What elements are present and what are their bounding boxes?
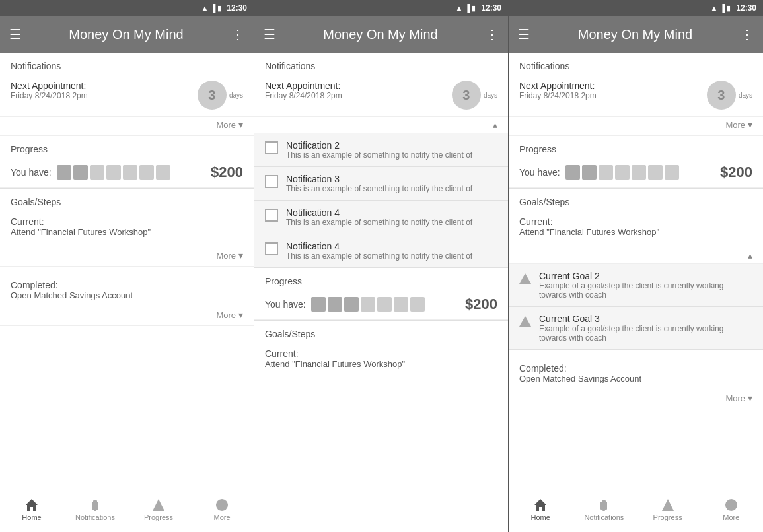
goals-header-1: Goals/Steps bbox=[0, 189, 254, 210]
nav-progress-label-1: Progress bbox=[144, 514, 173, 521]
svg-point-11 bbox=[725, 499, 737, 511]
p2-bar-7 bbox=[410, 297, 425, 312]
goal-item-sub-3-1: Example of a goal/step the client is cur… bbox=[539, 281, 752, 300]
p3-bar-1 bbox=[565, 165, 580, 180]
progress-amount-3: $200 bbox=[720, 164, 752, 181]
current-label-1: Current: bbox=[11, 216, 243, 227]
hamburger-menu-icon-2[interactable]: ☰ bbox=[264, 26, 275, 42]
p2-bar-4 bbox=[361, 297, 375, 312]
badge-row-1: 3 days bbox=[198, 81, 243, 110]
notif-checkbox-2-4[interactable] bbox=[265, 242, 278, 255]
nav-notifications-label-1: Notifications bbox=[75, 514, 115, 521]
nav-progress-1[interactable]: Progress bbox=[127, 498, 190, 521]
nav-more-label-3: More bbox=[723, 514, 739, 521]
bar-2 bbox=[73, 165, 88, 180]
notif-item-title-2-2: Notification 3 bbox=[286, 174, 472, 184]
current-value-3: Attend "Financial Futures Workshop" bbox=[519, 227, 752, 237]
goals-section-2: Current: Attend "Financial Futures Works… bbox=[254, 342, 508, 380]
goals-more-btn-1[interactable]: More bbox=[216, 250, 243, 261]
collapse-row-2 bbox=[254, 117, 508, 133]
goal-item-3-2: Current Goal 3 Example of a goal/step th… bbox=[509, 307, 763, 350]
progress-section-2: You have: $200 bbox=[254, 289, 508, 320]
signal-icon-2: ▐ bbox=[465, 4, 470, 12]
overflow-menu-icon-3[interactable]: ⋮ bbox=[741, 26, 754, 42]
more-icon-3 bbox=[724, 498, 739, 512]
svg-rect-1 bbox=[92, 502, 98, 510]
signal-icon-3: ▐ bbox=[720, 4, 725, 12]
p3-bar-4 bbox=[615, 165, 630, 180]
progress-amount-1: $200 bbox=[211, 164, 243, 181]
notifications-more-btn-1[interactable]: More bbox=[216, 119, 243, 130]
goal-item-sub-3-2: Example of a goal/step the client is cur… bbox=[539, 324, 752, 343]
overflow-menu-icon-1[interactable]: ⋮ bbox=[231, 26, 244, 42]
progress-bars-2 bbox=[311, 297, 454, 312]
phone-3: ▲ ▐ ▮ 12:30 ☰ Money On My Mind ⋮ Notific… bbox=[509, 0, 763, 532]
appointment-title-2: Next Appointment: bbox=[265, 81, 342, 91]
nav-notifications-1[interactable]: Notifications bbox=[63, 498, 127, 521]
current-label-2: Current: bbox=[265, 349, 497, 359]
goals-header-3: Goals/Steps bbox=[509, 189, 763, 210]
completed-block-3: Completed: Open Matched Savings Account bbox=[519, 363, 752, 383]
svg-rect-2 bbox=[94, 510, 96, 511]
goal-triangle-icon-3-2 bbox=[519, 316, 531, 327]
notifications-collapse-btn-2[interactable] bbox=[493, 119, 497, 130]
appointment-title-1: Next Appointment: bbox=[11, 81, 88, 91]
notif-item-2-4: Notification 4 This is an example of som… bbox=[254, 234, 508, 268]
home-icon-3 bbox=[533, 498, 548, 512]
badge-number-3: 3 bbox=[717, 88, 725, 103]
chevron-down-icon-completed-3 bbox=[748, 393, 752, 403]
bottom-nav-1: Home Notifications Progress bbox=[0, 486, 254, 532]
goal-item-3-1: Current Goal 2 Example of a goal/step th… bbox=[509, 264, 763, 307]
days-badge-2: 3 bbox=[452, 81, 481, 110]
appointment-text-2: Next Appointment: Friday 8/24/2018 2pm bbox=[265, 81, 342, 100]
notif-item-text-2-1: Notification 2 This is an example of som… bbox=[286, 140, 472, 160]
nav-more-1[interactable]: More bbox=[190, 498, 254, 521]
notifications-header-3: Notifications bbox=[509, 53, 763, 74]
svg-rect-7 bbox=[600, 502, 607, 510]
notif-item-title-2-1: Notification 2 bbox=[286, 140, 472, 150]
phone-2: ▲ ▐ ▮ 12:30 ☰ Money On My Mind ⋮ Notific… bbox=[254, 0, 509, 532]
p2-bar-3 bbox=[344, 297, 359, 312]
completed-value-3: Open Matched Savings Account bbox=[519, 374, 752, 383]
nav-home-1[interactable]: Home bbox=[0, 498, 63, 521]
svg-marker-10 bbox=[662, 499, 674, 511]
bell-icon-3 bbox=[597, 498, 611, 512]
notif-item-sub-2-1: This is an example of something to notif… bbox=[286, 150, 472, 160]
notifications-more-btn-3[interactable]: More bbox=[725, 119, 752, 130]
nav-progress-3[interactable]: Progress bbox=[636, 498, 700, 521]
hamburger-menu-icon-3[interactable]: ☰ bbox=[518, 26, 530, 42]
svg-rect-9 bbox=[602, 500, 606, 502]
more-icon-1 bbox=[215, 498, 229, 512]
notif-checkbox-2-1[interactable] bbox=[265, 141, 278, 154]
completed-more-btn-3[interactable]: More bbox=[725, 393, 752, 403]
nav-more-3[interactable]: More bbox=[700, 498, 763, 521]
nav-home-3[interactable]: Home bbox=[509, 498, 572, 521]
notif-checkbox-2-3[interactable] bbox=[265, 209, 278, 222]
completed-more-btn-1[interactable]: More bbox=[216, 310, 243, 320]
app-title-1: Money On My Mind bbox=[29, 27, 223, 42]
appointment-card-3: Next Appointment: Friday 8/24/2018 2pm 3… bbox=[509, 74, 763, 117]
progress-row-2: You have: $200 bbox=[265, 296, 497, 313]
p3-bar-7 bbox=[665, 165, 679, 180]
content-2: Notifications Next Appointment: Friday 8… bbox=[254, 53, 508, 532]
battery-icon-3: ▮ bbox=[727, 4, 731, 13]
notif-item-text-2-2: Notification 3 This is an example of som… bbox=[286, 174, 472, 193]
progress-bars-3 bbox=[565, 165, 709, 180]
notif-checkbox-2-2[interactable] bbox=[265, 175, 278, 188]
nav-notifications-3[interactable]: Notifications bbox=[572, 498, 636, 521]
p3-bar-6 bbox=[648, 165, 663, 180]
bar-3 bbox=[90, 165, 104, 180]
current-goal-block-2: Current: Attend "Financial Futures Works… bbox=[265, 349, 497, 369]
bar-1 bbox=[57, 165, 71, 180]
progress-icon-3 bbox=[661, 498, 675, 512]
notif-item-sub-2-4: This is an example of something to notif… bbox=[286, 251, 472, 261]
status-bar-1: ▲ ▐ ▮ 12:30 bbox=[0, 0, 254, 16]
bottom-nav-3: Home Notifications Progress bbox=[509, 486, 763, 532]
hamburger-menu-icon-1[interactable]: ☰ bbox=[9, 26, 21, 42]
progress-bars-1 bbox=[57, 165, 200, 180]
completed-block-1: Completed: Open Matched Savings Account bbox=[11, 280, 243, 300]
goals-collapse-btn-3[interactable] bbox=[748, 250, 752, 261]
notif-item-text-2-3: Notification 4 This is an example of som… bbox=[286, 207, 472, 227]
home-icon-1 bbox=[24, 498, 39, 512]
overflow-menu-icon-2[interactable]: ⋮ bbox=[486, 26, 499, 42]
